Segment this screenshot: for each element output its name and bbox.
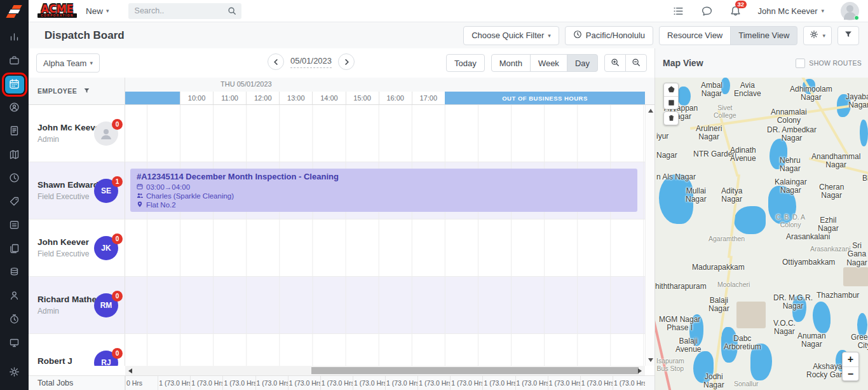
resource-view-button[interactable]: Resource View bbox=[659, 26, 731, 45]
appointment-card[interactable]: #A12345114 December Month Inspection - C… bbox=[130, 169, 637, 212]
sidebar-item-invoices[interactable] bbox=[5, 123, 24, 141]
timeline-row[interactable] bbox=[125, 277, 645, 334]
vertical-scrollbar[interactable] bbox=[645, 105, 654, 366]
zoom-out-icon bbox=[632, 58, 641, 69]
avatar[interactable] bbox=[841, 2, 859, 20]
map-header: Map View SHOW ROUTES bbox=[654, 48, 868, 78]
employee-row-john-mc-keever[interactable]: John Mc Keever Admin 0 bbox=[29, 105, 125, 162]
scroll-left-arrow[interactable] bbox=[128, 368, 132, 373]
hour-label: 11:00 bbox=[213, 92, 246, 104]
map-place-label: hiththarapuram bbox=[655, 282, 707, 291]
map-place-label: Isapuram Bus Stop bbox=[656, 358, 684, 373]
new-menu[interactable]: New ▾ bbox=[86, 6, 109, 16]
scroll-right-arrow[interactable] bbox=[638, 368, 642, 373]
zoom-in-icon bbox=[611, 58, 620, 69]
employee-row-john-keever[interactable]: John Keever Field Executive JK 0 bbox=[29, 219, 125, 277]
map-zoom-in-button[interactable]: + bbox=[843, 352, 858, 366]
acme-logo[interactable]: ACME CORPORATION bbox=[37, 4, 77, 18]
trash-icon-button[interactable] bbox=[664, 112, 678, 125]
user-name: John Mc Keever bbox=[758, 6, 818, 16]
employee-timeline-row: John Keever Field Executive JK 0 bbox=[29, 219, 645, 277]
search-box bbox=[128, 3, 241, 19]
sidebar-item-dashboard[interactable] bbox=[5, 29, 24, 46]
scheduler: EMPLOYEE THU 05/01/2023 10:0011:0012:001… bbox=[29, 78, 654, 390]
sidebar-item-schedule[interactable] bbox=[5, 170, 24, 188]
current-date[interactable]: 05/01/2023 bbox=[290, 56, 332, 68]
sidebar-item-timesheets[interactable] bbox=[5, 311, 24, 329]
bell-icon[interactable]: 32 bbox=[729, 5, 742, 17]
sidebar-item-users[interactable] bbox=[5, 288, 24, 305]
sidebar-nav bbox=[0, 22, 29, 390]
chat-icon[interactable] bbox=[701, 5, 713, 17]
map-place-label: Kalaingar Nagar bbox=[775, 178, 807, 195]
sidebar-item-customers[interactable] bbox=[5, 99, 24, 117]
show-routes-checkbox[interactable] bbox=[796, 59, 805, 68]
scroll-down-arrow[interactable] bbox=[648, 358, 653, 362]
map-place-label: Dabc Arboretium bbox=[724, 335, 761, 352]
employee-row-robert-j[interactable]: Robert J RJ 0 bbox=[29, 334, 125, 366]
employee-row-richard-mathew[interactable]: Richard Mathew Admin RM 0 bbox=[29, 277, 125, 334]
app-logo[interactable] bbox=[0, 0, 29, 22]
timeline-row[interactable] bbox=[125, 219, 645, 277]
timeline-row[interactable] bbox=[125, 334, 645, 366]
scrollbar-thumb[interactable] bbox=[311, 367, 639, 374]
sidebar-item-estimates[interactable] bbox=[5, 217, 24, 235]
filter-button[interactable] bbox=[837, 26, 859, 45]
draw-polygon-button[interactable] bbox=[664, 83, 678, 96]
sidebar-item-maps[interactable] bbox=[5, 146, 24, 164]
sidebar-item-jobs[interactable] bbox=[5, 52, 24, 70]
timeline-zoom-controls bbox=[604, 54, 647, 72]
job-count-badge: 0 bbox=[112, 233, 123, 244]
sidebar-item-settings[interactable] bbox=[5, 364, 24, 382]
hour-label: 17:00 bbox=[412, 92, 445, 104]
zoom-out-button[interactable] bbox=[625, 54, 647, 72]
show-routes-toggle[interactable]: SHOW ROUTES bbox=[796, 59, 862, 68]
page-header-actions: Choose Quick Filter ▾ Pacific/Honolulu R… bbox=[463, 26, 859, 45]
sidebar-item-tags[interactable] bbox=[5, 193, 24, 211]
zoom-in-button[interactable] bbox=[604, 54, 626, 72]
timeline-row[interactable]: #A12345114 December Month Inspection - C… bbox=[125, 162, 645, 219]
map-place-label: C. B. D. A Colony bbox=[776, 214, 805, 229]
map-zoom-out-button[interactable]: − bbox=[843, 366, 858, 380]
map-place-label: Madurapakkam bbox=[692, 263, 745, 272]
today-button[interactable]: Today bbox=[446, 54, 485, 72]
page-title: Dispatch Board bbox=[44, 29, 125, 42]
scroll-up-arrow[interactable] bbox=[648, 109, 653, 113]
settings-dropdown[interactable]: ▾ bbox=[803, 26, 832, 45]
timezone-button[interactable]: Pacific/Honolulu bbox=[565, 26, 653, 45]
map-place-label: Annamalai Colony bbox=[771, 108, 807, 125]
square-icon bbox=[668, 97, 675, 109]
draw-rectangle-button[interactable] bbox=[664, 96, 678, 109]
team-select[interactable]: Alpha Team ▾ bbox=[36, 53, 100, 73]
sidebar-item-devices[interactable] bbox=[5, 335, 24, 352]
prev-day-button[interactable] bbox=[268, 53, 284, 70]
month-view-button[interactable]: Month bbox=[491, 54, 531, 72]
sidebar-item-dispatch-board[interactable] bbox=[5, 76, 24, 94]
map-place-label: Thazhambur bbox=[817, 291, 859, 300]
activity-list-icon[interactable] bbox=[672, 5, 684, 17]
sidebar-item-payments[interactable] bbox=[5, 264, 24, 282]
employee-filter-icon[interactable] bbox=[83, 85, 90, 97]
day-view-button[interactable]: Day bbox=[567, 54, 598, 72]
timeline-row[interactable] bbox=[125, 105, 645, 162]
timeline-view-button[interactable]: Timeline View bbox=[730, 26, 797, 45]
new-menu-label: New bbox=[86, 6, 103, 16]
search-icon[interactable] bbox=[227, 6, 236, 15]
user-menu[interactable]: John Mc Keever ▾ bbox=[758, 6, 824, 16]
horizontal-scrollbar[interactable] bbox=[125, 366, 645, 375]
sidebar-item-documents[interactable] bbox=[5, 240, 24, 258]
total-jobs-cell: 0 Hrs bbox=[125, 376, 158, 390]
header-corner bbox=[645, 78, 654, 105]
monitor-icon bbox=[9, 337, 20, 351]
search-input[interactable] bbox=[128, 3, 241, 19]
map-place-label: Avia Enclave bbox=[734, 81, 761, 99]
hour-label: 16:00 bbox=[379, 92, 412, 104]
timezone-label: Pacific/Honolulu bbox=[586, 31, 645, 40]
next-day-button[interactable] bbox=[338, 53, 355, 70]
week-view-button[interactable]: Week bbox=[530, 54, 567, 72]
quick-filter-dropdown[interactable]: Choose Quick Filter ▾ bbox=[463, 26, 559, 45]
employee-row-shawn-edward[interactable]: Shawn Edward Field Executive SE 1 bbox=[29, 162, 125, 219]
total-jobs-cell: 1 (73.0 Hrs bbox=[450, 376, 482, 390]
total-jobs-cell: 1 (73.0 Hrs bbox=[288, 376, 320, 390]
map-view[interactable]: Ambal NagarAvia EnclaveAdhimoolam NagarJ… bbox=[654, 78, 868, 390]
